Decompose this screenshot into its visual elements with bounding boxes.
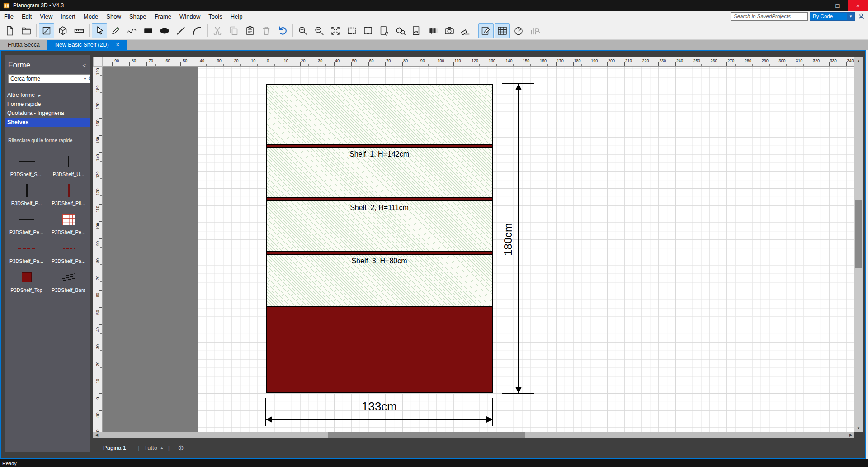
category-forme-rapide[interactable]: Forme rapide [5, 100, 90, 109]
shape-item-label: P3DShelf_Pa... [9, 258, 43, 264]
catalog-button[interactable] [360, 23, 376, 38]
shape-item-p3dshelf-pil-[interactable]: P3DShelf_Pil... [47, 178, 90, 207]
shelf-view-button[interactable] [495, 23, 510, 38]
horizontal-scrollbar[interactable]: ◀ ▶ [93, 432, 854, 438]
copy-button[interactable] [226, 23, 241, 38]
cut-button[interactable] [210, 23, 225, 38]
shelf-bar-1[interactable] [267, 144, 492, 148]
saved-projects-search-input[interactable] [731, 12, 808, 21]
close-tab-icon[interactable]: × [116, 42, 119, 48]
select-cursor-button[interactable] [92, 23, 107, 38]
shape-item-p3dshelf-si-[interactable]: P3DShelf_Si... [5, 149, 47, 178]
shape-item-p3dshelf-pa-[interactable]: P3DShelf_Pa... [47, 236, 90, 265]
status-bar: Ready [0, 459, 868, 467]
hline-bold-icon [19, 161, 35, 162]
menu-frame[interactable]: Frame [150, 11, 175, 22]
shape-item-label: P3DShelf_Pa... [52, 258, 85, 264]
measure-button[interactable] [71, 23, 87, 38]
paste-button[interactable] [242, 23, 258, 38]
open-button[interactable] [19, 23, 34, 38]
menu-edit[interactable]: Edit [18, 11, 36, 22]
user-icon[interactable] [857, 12, 866, 21]
fixture-base[interactable] [267, 306, 492, 392]
shape-item-p3dshelf-bars[interactable]: P3DShelf_Bars [47, 265, 90, 294]
zoom-out-button[interactable] [311, 23, 327, 38]
close-button[interactable]: × [848, 0, 868, 11]
zoom-extents-button[interactable] [328, 23, 343, 38]
menu-view[interactable]: View [36, 11, 57, 22]
shape-item-p3dshelf-pe-[interactable]: P3DShelf_Pe... [5, 207, 47, 236]
edit-planogram-button[interactable] [478, 23, 494, 38]
width-extension-tick-right [492, 398, 493, 426]
tab-new-basic-shelf[interactable]: New Basic Shelf (2D) × [47, 40, 127, 50]
shelf-fixture[interactable]: Shelf 1, H=142cmShelf 2, H=111cmShelf 3,… [266, 84, 493, 393]
shapes-search-row: ▾ [8, 74, 87, 83]
erase-button[interactable] [458, 23, 473, 38]
menu-mode[interactable]: Mode [80, 11, 103, 22]
menu-file[interactable]: File [0, 11, 18, 22]
shape-item-p3dshelf-pe-[interactable]: P3DShelf_Pe... [47, 207, 90, 236]
shapes-search-button[interactable] [88, 74, 90, 83]
shape-item-p3dshelf-u-[interactable]: P3DShelf_U... [47, 149, 90, 178]
vertical-scroll-thumb[interactable] [855, 200, 862, 268]
vertical-scroll-track[interactable] [854, 64, 863, 424]
scroll-left-icon[interactable]: ◀ [93, 432, 100, 438]
delete-button[interactable] [259, 23, 274, 38]
canvas-viewport[interactable]: Shelf 1, H=142cmShelf 2, H=111cmShelf 3,… [103, 67, 854, 432]
line-button[interactable] [173, 23, 189, 38]
category-altre-forme[interactable]: Altre forme▸ [5, 91, 90, 100]
search-mode-dropdown[interactable]: By Code ▾ [810, 12, 855, 21]
snapshot-camera-button[interactable] [442, 23, 457, 38]
minimize-button[interactable]: – [807, 0, 827, 11]
dashboard-gauge-button[interactable] [511, 23, 526, 38]
height-dimension-label: 180cm [502, 221, 514, 257]
menu-window[interactable]: Window [175, 11, 204, 22]
mode-3d-button[interactable] [55, 23, 71, 38]
report-edit-button[interactable] [377, 23, 392, 38]
zoom-mode-dropdown[interactable]: Tutto ▲ [144, 444, 164, 451]
window-title: Planogram 3D - V4.3 [13, 2, 64, 9]
pencil-button[interactable] [108, 23, 123, 38]
triangle-right-icon: ▸ [38, 93, 41, 98]
protractor-button[interactable] [409, 23, 425, 38]
collapse-panel-button[interactable]: < [82, 62, 86, 69]
chevron-down-icon[interactable]: ▾ [82, 77, 88, 81]
menu-tools[interactable]: Tools [204, 11, 226, 22]
category-shelves[interactable]: Shelves [5, 118, 90, 127]
shapes-search-input[interactable] [9, 76, 82, 82]
horizontal-scroll-thumb[interactable] [328, 432, 525, 438]
barcode-button[interactable] [425, 23, 441, 38]
ellipse-button[interactable] [157, 23, 172, 38]
mode-2d-button[interactable] [39, 23, 54, 38]
zoom-in-button[interactable] [295, 23, 311, 38]
rectangle-button[interactable] [141, 23, 156, 38]
shelf-bar-3[interactable] [267, 251, 492, 255]
scroll-up-icon[interactable]: ▲ [854, 57, 863, 64]
tab-frutta-secca[interactable]: Frutta Secca [0, 40, 47, 50]
undo-button[interactable] [275, 23, 290, 38]
maximize-button[interactable]: □ [827, 0, 848, 11]
arc-button[interactable] [189, 23, 205, 38]
menu-insert[interactable]: Insert [57, 11, 80, 22]
shape-item-p3dshelf-top[interactable]: P3DShelf_Top [5, 265, 47, 294]
shapes-search-combo[interactable]: ▾ [8, 74, 88, 83]
vertical-scrollbar[interactable]: ▲ ▼ [854, 57, 863, 432]
menu-show[interactable]: Show [102, 11, 125, 22]
scroll-right-icon[interactable]: ▶ [847, 432, 854, 438]
horizontal-scroll-track[interactable] [100, 432, 847, 438]
find-product-button[interactable] [393, 23, 408, 38]
shape-item-p3dshelf-pa-[interactable]: P3DShelf_Pa... [5, 236, 47, 265]
freehand-curve-button[interactable] [124, 23, 140, 38]
category-quotatura-ingegneria[interactable]: Quotatura - Ingegneria [5, 109, 90, 118]
page-tab-pagina-1[interactable]: Pagina 1 [93, 444, 133, 451]
menu-help[interactable]: Help [226, 11, 247, 22]
shelf-bar-2[interactable] [267, 197, 492, 201]
analyze-chart-button[interactable] [527, 23, 542, 38]
scroll-down-icon[interactable]: ▼ [854, 424, 863, 432]
add-page-button[interactable]: ⊕ [174, 443, 187, 452]
shapes-panel: Forme < ▾ Altre forme▸Forme rapideQuotat… [5, 55, 90, 452]
new-document-button[interactable] [2, 23, 18, 38]
menu-shape[interactable]: Shape [125, 11, 151, 22]
shape-item-p3dshelf-p-[interactable]: P3DShelf_P... [5, 178, 47, 207]
zoom-window-button[interactable] [344, 23, 359, 38]
